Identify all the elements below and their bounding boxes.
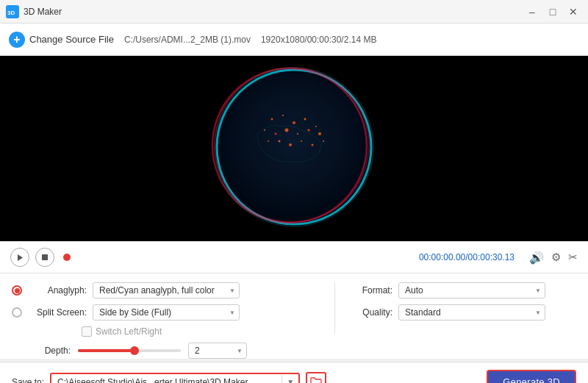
switch-lr-label: Switch Left/Right [96,326,162,337]
format-row: Format: Auto [348,282,576,298]
play-button[interactable] [10,248,29,267]
cut-icon[interactable]: ✂ [568,251,578,264]
source-bar: + Change Source File C:/Users/ADMI...2_2… [0,24,588,56]
source-file-path: C:/Users/ADMI...2_2MB (1).mov [124,35,251,45]
play-icon [16,254,24,262]
title-bar-left: 3D 3D Maker [6,5,62,18]
format-select[interactable]: Auto [398,282,545,298]
switch-lr-checkbox[interactable] [82,326,92,337]
svg-point-21 [301,140,302,142]
svg-point-11 [315,126,317,127]
quality-select[interactable]: Standard [398,304,545,321]
change-source-label: Change Source File [29,34,114,45]
depth-row: Depth: 2 [12,343,321,359]
svg-point-22 [312,144,314,146]
split-screen-select[interactable]: Side by Side (Full) [93,304,240,321]
minimize-button[interactable]: – [523,3,541,21]
control-icons: 🔊 ⚙ ✂ [529,251,578,265]
quality-row: Quality: Standard [348,304,576,321]
settings-right-col: Format: Auto Quality: Standard [348,282,576,321]
save-to-label: Save to: [12,377,44,384]
save-path-select[interactable]: C:\Aiseesoft Studio\Ais...erter Ultimate… [51,374,282,384]
svg-point-16 [308,129,310,132]
depth-value-wrapper: 2 [188,343,247,359]
title-bar: 3D 3D Maker – □ ✕ [0,0,588,24]
svg-point-18 [268,140,269,142]
app-icon: 3D [6,5,19,18]
split-screen-select-wrapper: Side by Side (Full) [93,304,240,321]
format-select-wrapper: Auto [398,282,545,298]
settings-left-col: Anaglyph: Red/Cyan anaglyph, full color … [12,282,321,359]
video-preview [0,56,588,241]
depth-slider-thumb[interactable] [130,346,139,355]
svg-point-17 [318,132,321,135]
save-row: Save to: C:\Aiseesoft Studio\Ais...erter… [0,362,588,383]
stop-button[interactable] [35,248,54,267]
save-path-arrow-icon: ▼ [282,375,298,383]
settings-columns: Anaglyph: Red/Cyan anaglyph, full color … [12,282,576,359]
svg-point-15 [297,133,298,135]
maximize-button[interactable]: □ [544,3,562,21]
change-source-button[interactable]: + Change Source File [9,32,114,48]
depth-slider-track[interactable] [78,349,181,352]
anaglyph-select-wrapper: Red/Cyan anaglyph, full color [93,282,240,298]
app-title: 3D Maker [24,7,62,17]
depth-slider-fill [78,349,135,352]
source-file-meta: 1920x1080/00:00:30/2.14 MB [261,35,376,45]
svg-point-10 [304,118,306,121]
split-screen-row: Split Screen: Side by Side (Full) [12,304,321,321]
svg-point-12 [264,129,265,131]
save-path-wrapper: C:\Aiseesoft Studio\Ais...erter Ultimate… [50,373,300,384]
depth-label: Depth: [12,346,71,356]
anaglyph-radio[interactable] [12,285,22,296]
switch-lr-row: Switch Left/Right [82,326,321,337]
browse-folder-button[interactable] [306,372,326,384]
settings-panel: Anaglyph: Red/Cyan anaglyph, full color … [0,273,588,359]
svg-point-13 [275,133,277,135]
svg-text:3D: 3D [7,10,15,16]
svg-point-14 [285,129,289,132]
anaglyph-select[interactable]: Red/Cyan anaglyph, full color [93,282,240,298]
time-display: 00:00:00.00/00:00:30.13 [419,252,514,262]
svg-point-19 [279,140,281,143]
svg-point-7 [271,118,273,121]
split-screen-radio[interactable] [12,307,22,318]
record-indicator [63,254,71,261]
svg-point-9 [293,121,295,124]
stop-icon [41,254,49,261]
format-label: Format: [348,285,392,296]
globe-visualization [198,60,390,237]
generate-3d-button[interactable]: Generate 3D [487,370,576,383]
anaglyph-label: Anaglyph: [28,285,87,296]
settings-icon[interactable]: ⚙ [551,251,561,264]
add-icon: + [9,32,25,48]
quality-label: Quality: [348,307,392,318]
controls-bar: 00:00:00.00/00:00:30.13 🔊 ⚙ ✂ [0,241,588,273]
depth-select[interactable]: 2 [188,343,247,359]
svg-marker-25 [18,254,23,261]
svg-point-20 [289,143,292,146]
settings-divider [334,282,335,334]
svg-point-23 [323,140,324,142]
svg-rect-26 [42,254,48,260]
title-bar-controls: – □ ✕ [523,3,582,21]
quality-select-wrapper: Standard [398,304,545,321]
anaglyph-row: Anaglyph: Red/Cyan anaglyph, full color [12,282,321,298]
svg-point-8 [282,115,284,116]
folder-icon [310,377,322,384]
close-button[interactable]: ✕ [564,3,582,21]
volume-icon[interactable]: 🔊 [529,251,544,265]
split-screen-label: Split Screen: [28,307,87,318]
